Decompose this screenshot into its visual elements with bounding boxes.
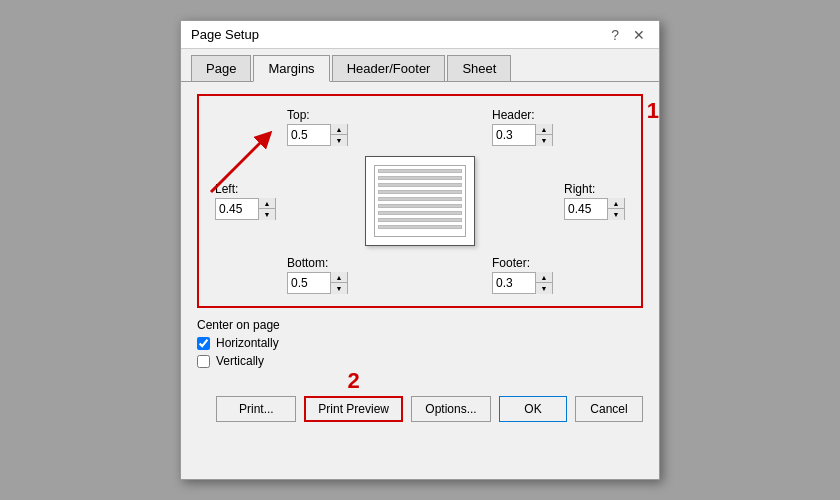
page-preview-container bbox=[365, 156, 475, 246]
header-input[interactable] bbox=[493, 125, 535, 145]
right-spinner-btns: ▲ ▼ bbox=[607, 198, 624, 220]
footer-spinner[interactable]: ▲ ▼ bbox=[492, 272, 553, 294]
table-line bbox=[378, 169, 462, 173]
left-increment[interactable]: ▲ bbox=[259, 198, 275, 209]
table-line bbox=[378, 218, 462, 222]
title-bar-buttons: ? ✕ bbox=[607, 28, 649, 42]
dialog-title: Page Setup bbox=[191, 27, 259, 42]
vertically-row: Vertically bbox=[197, 354, 643, 368]
table-line bbox=[378, 225, 462, 229]
table-lines bbox=[375, 166, 465, 236]
bottom-spinner-btns: ▲ ▼ bbox=[330, 272, 347, 294]
page-preview-inner bbox=[374, 165, 466, 237]
footer-decrement[interactable]: ▼ bbox=[536, 283, 552, 294]
header-spinner[interactable]: ▲ ▼ bbox=[492, 124, 553, 146]
bottom-decrement[interactable]: ▼ bbox=[331, 283, 347, 294]
left-spinner-btns: ▲ ▼ bbox=[258, 198, 275, 220]
table-line bbox=[378, 211, 462, 215]
header-spinner-btns: ▲ ▼ bbox=[535, 124, 552, 146]
left-input[interactable] bbox=[216, 199, 258, 219]
tab-margins[interactable]: Margins bbox=[253, 55, 329, 82]
left-spinner[interactable]: ▲ ▼ bbox=[215, 198, 276, 220]
center-on-page-section: Center on page Horizontally Vertically bbox=[197, 318, 643, 368]
right-input[interactable] bbox=[565, 199, 607, 219]
tab-header-footer[interactable]: Header/Footer bbox=[332, 55, 446, 81]
left-decrement[interactable]: ▼ bbox=[259, 209, 275, 220]
ok-cancel-buttons: OK Cancel bbox=[499, 396, 643, 422]
top-fields-row: Top: ▲ ▼ Header: ▲ bbox=[215, 108, 625, 146]
tab-sheet[interactable]: Sheet bbox=[447, 55, 511, 81]
tab-page[interactable]: Page bbox=[191, 55, 251, 81]
top-increment[interactable]: ▲ bbox=[331, 124, 347, 135]
table-line bbox=[378, 176, 462, 180]
print-button[interactable]: Print... bbox=[216, 396, 296, 422]
badge-1: 1 bbox=[647, 98, 659, 124]
footer-label: Footer: bbox=[492, 256, 530, 270]
bottom-increment[interactable]: ▲ bbox=[331, 272, 347, 283]
close-button[interactable]: ✕ bbox=[629, 28, 649, 42]
page-preview bbox=[365, 156, 475, 246]
footer-input[interactable] bbox=[493, 273, 535, 293]
middle-row: Left: ▲ ▼ bbox=[215, 156, 625, 246]
bottom-input[interactable] bbox=[288, 273, 330, 293]
top-spinner-btns: ▲ ▼ bbox=[330, 124, 347, 146]
ok-button[interactable]: OK bbox=[499, 396, 567, 422]
horizontally-label[interactable]: Horizontally bbox=[216, 336, 279, 350]
bottom-label: Bottom: bbox=[287, 256, 328, 270]
top-decrement[interactable]: ▼ bbox=[331, 135, 347, 146]
top-margin-field: Top: ▲ ▼ bbox=[287, 108, 348, 146]
header-decrement[interactable]: ▼ bbox=[536, 135, 552, 146]
right-label: Right: bbox=[564, 182, 595, 196]
top-label: Top: bbox=[287, 108, 310, 122]
horizontally-checkbox[interactable] bbox=[197, 337, 210, 350]
horizontally-row: Horizontally bbox=[197, 336, 643, 350]
footer-increment[interactable]: ▲ bbox=[536, 272, 552, 283]
table-line bbox=[378, 197, 462, 201]
dialog-footer: Print... Print Preview 2 Options... OK C… bbox=[181, 386, 659, 436]
bottom-spinner[interactable]: ▲ ▼ bbox=[287, 272, 348, 294]
right-decrement[interactable]: ▼ bbox=[608, 209, 624, 220]
footer-margin-field: Footer: ▲ ▼ bbox=[492, 256, 553, 294]
center-on-page-label: Center on page bbox=[197, 318, 643, 332]
footer-left-buttons: Print... Print Preview 2 Options... bbox=[216, 396, 491, 422]
bottom-margin-field: Bottom: ▲ ▼ bbox=[287, 256, 348, 294]
table-line bbox=[378, 190, 462, 194]
left-label: Left: bbox=[215, 182, 238, 196]
title-bar: Page Setup ? ✕ bbox=[181, 21, 659, 49]
vertically-checkbox[interactable] bbox=[197, 355, 210, 368]
top-input[interactable] bbox=[288, 125, 330, 145]
table-line bbox=[378, 183, 462, 187]
help-button[interactable]: ? bbox=[607, 28, 623, 42]
tab-bar: Page Margins Header/Footer Sheet bbox=[181, 49, 659, 82]
dialog-body: 1 Top: ▲ ▼ Header: bbox=[181, 82, 659, 386]
header-increment[interactable]: ▲ bbox=[536, 124, 552, 135]
header-margin-field: Header: ▲ ▼ bbox=[492, 108, 553, 146]
print-preview-button[interactable]: Print Preview bbox=[304, 396, 403, 422]
cancel-button[interactable]: Cancel bbox=[575, 396, 643, 422]
left-margin-field: Left: ▲ ▼ bbox=[215, 182, 276, 220]
right-margin-field: Right: ▲ ▼ bbox=[564, 182, 625, 220]
right-spinner[interactable]: ▲ ▼ bbox=[564, 198, 625, 220]
bottom-fields-row: Bottom: ▲ ▼ Footer: ▲ bbox=[215, 256, 625, 294]
table-line bbox=[378, 204, 462, 208]
header-label: Header: bbox=[492, 108, 535, 122]
right-increment[interactable]: ▲ bbox=[608, 198, 624, 209]
margins-section: 1 Top: ▲ ▼ Header: bbox=[197, 94, 643, 308]
top-spinner[interactable]: ▲ ▼ bbox=[287, 124, 348, 146]
footer-spinner-btns: ▲ ▼ bbox=[535, 272, 552, 294]
options-button[interactable]: Options... bbox=[411, 396, 491, 422]
page-setup-dialog: Page Setup ? ✕ Page Margins Header/Foote… bbox=[180, 20, 660, 480]
vertically-label[interactable]: Vertically bbox=[216, 354, 264, 368]
